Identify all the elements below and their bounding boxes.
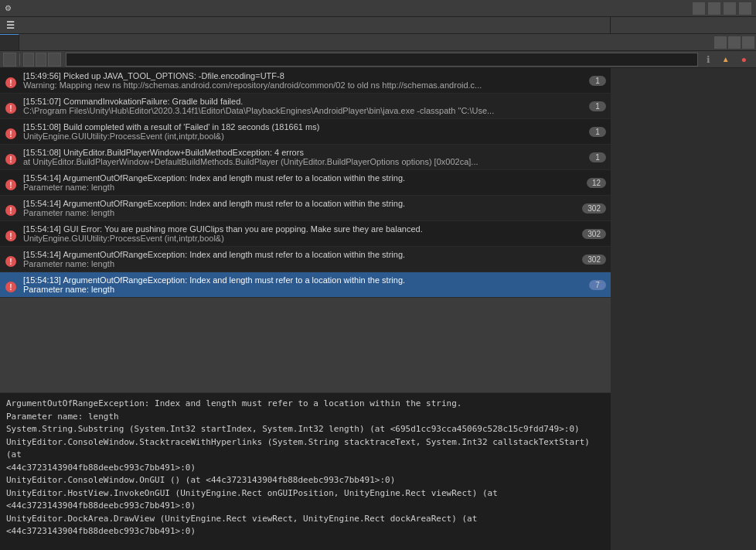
count-badge: 1 (589, 101, 606, 111)
badge-warn[interactable]: ▲ (718, 53, 736, 67)
badge-error[interactable]: ● (737, 53, 753, 67)
error-icon: ! (0, 196, 22, 220)
console-menu-btn[interactable] (714, 36, 727, 49)
count-badge: 302 (582, 203, 606, 214)
detail-text: ArgumentOutOfRangeException: Index and l… (6, 398, 604, 538)
count-badge: 302 (582, 255, 606, 265)
title-bar: ⚙ (0, 0, 756, 17)
console-detail-section: ArgumentOutOfRangeException: Index and l… (0, 393, 611, 550)
log-entry-text: [15:54:14] GUI Error: You are pushing mo… (23, 224, 569, 234)
error-icon: ! (0, 145, 22, 169)
error-pause-button[interactable] (36, 53, 46, 67)
error-icon: ! (0, 170, 22, 195)
console-wrapper: ![15:49:56] Picked up JAVA_TOOL_OPTIONS:… (0, 68, 611, 550)
table-row[interactable]: ![15:51:07] CommandInvokationFailure: Gr… (0, 94, 611, 119)
error-icon: ! (0, 272, 22, 297)
table-row[interactable]: ![15:54:14] ArgumentOutOfRangeException:… (0, 247, 611, 272)
console-close-btn[interactable] (742, 36, 754, 49)
log-entry-subtext: C:\Program Files\Unity\Hub\Editor\2020.3… (23, 106, 569, 115)
log-entry-text: [15:51:07] CommandInvokationFailure: Gra… (23, 97, 569, 106)
error-icon: ! (0, 247, 22, 272)
count-badge: 1 (589, 152, 606, 162)
log-entry-subtext: at UnityEditor.BuildPlayerWindow+Default… (23, 157, 569, 166)
table-row[interactable]: ![15:51:08] Build completed with a resul… (0, 119, 611, 145)
log-entry-text: [15:49:56] Picked up JAVA_TOOL_OPTIONS: … (23, 71, 569, 80)
tab-console[interactable] (0, 34, 19, 50)
log-entry-subtext: Parameter name: length (23, 208, 569, 217)
badge-info[interactable]: ℹ (703, 53, 717, 67)
error-icon: ! (0, 221, 22, 246)
console-log-section[interactable]: ![15:49:56] Picked up JAVA_TOOL_OPTIONS:… (0, 68, 611, 393)
title-bar-minimize-btn[interactable] (708, 2, 720, 15)
log-entry-text: [15:51:08] UnityEditor.BuildPlayerWindow… (23, 148, 569, 157)
log-entry-subtext: Parameter name: length (23, 259, 569, 268)
search-input[interactable] (66, 53, 698, 67)
count-badge: 1 (589, 127, 606, 137)
table-row[interactable]: ![15:51:08] UnityEditor.BuildPlayerWindo… (0, 145, 611, 170)
console-toolbar: ℹ ▲ ● (0, 51, 756, 68)
top-area: ☰ (0, 17, 756, 34)
count-badge: 302 (582, 229, 606, 239)
hierarchy-panel (611, 68, 756, 550)
log-entry-subtext: Parameter name: length (23, 285, 569, 294)
count-badge: 7 (589, 280, 606, 290)
log-entry-subtext: Parameter name: length (23, 183, 569, 192)
error-icon: ! (0, 68, 22, 93)
table-row[interactable]: ![15:54:14] ArgumentOutOfRangeException:… (0, 170, 611, 196)
separator-1 (19, 53, 20, 66)
title-bar-maximize-btn[interactable] (724, 2, 736, 15)
log-entry-subtext: Warning: Mapping new ns http://schemas.a… (23, 80, 569, 90)
panels-row: ![15:49:56] Picked up JAVA_TOOL_OPTIONS:… (0, 68, 756, 550)
search-box (66, 53, 698, 67)
log-entry-subtext: UnityEngine.GUIUtility:ProcessEvent (int… (23, 234, 569, 243)
log-entry-text: [15:54:13] ArgumentOutOfRangeException: … (23, 275, 569, 285)
log-entry-text: [15:54:14] ArgumentOutOfRangeException: … (23, 250, 569, 259)
scenes-panel-header: ☰ (0, 17, 611, 34)
build-settings-icon: ⚙ (5, 4, 12, 12)
count-badge: 12 (587, 178, 606, 188)
editor-button[interactable] (48, 53, 61, 67)
title-bar-right (693, 2, 751, 15)
table-row[interactable]: ![15:54:13] ArgumentOutOfRangeException:… (0, 272, 611, 298)
table-row[interactable]: ![15:54:14] ArgumentOutOfRangeException:… (0, 196, 611, 221)
clear-button[interactable] (3, 53, 16, 67)
title-bar-menu-btn[interactable] (693, 2, 705, 15)
error-icon-badge: ● (741, 54, 747, 65)
log-entry-text: [15:51:08] Build completed with a result… (23, 122, 569, 132)
count-badge: 1 (589, 76, 606, 86)
console-tab-bar (0, 34, 756, 51)
error-icon: ! (0, 94, 22, 118)
warn-icon: ▲ (722, 55, 730, 63)
log-entry-subtext: UnityEngine.GUIUtility:ProcessEvent (int… (23, 132, 569, 141)
info-icon: ℹ (707, 54, 710, 65)
scenes-panel-icon: ☰ (6, 20, 15, 31)
hierarchy-panel-header (611, 17, 756, 34)
log-entry-text: [15:54:14] ArgumentOutOfRangeException: … (23, 199, 569, 208)
table-row[interactable]: ![15:54:14] GUI Error: You are pushing m… (0, 221, 611, 247)
error-icon: ! (0, 119, 22, 144)
table-row[interactable]: ![15:49:56] Picked up JAVA_TOOL_OPTIONS:… (0, 68, 611, 94)
title-bar-close-btn[interactable] (739, 2, 751, 15)
collapse-button[interactable] (23, 53, 34, 67)
title-bar-left: ⚙ (5, 4, 16, 12)
log-entry-text: [15:54:14] ArgumentOutOfRangeException: … (23, 173, 569, 183)
console-minimize-btn[interactable] (728, 36, 741, 49)
